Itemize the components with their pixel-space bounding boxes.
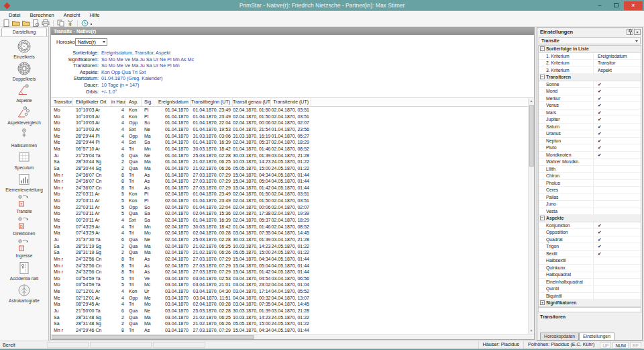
table-row[interactable]: Me00°20'11 Ar4SxtSa02.04.187001.04.1870,… <box>51 217 528 224</box>
settings-row-merkur[interactable]: Merkur✔ <box>539 95 641 103</box>
horoskop-select[interactable]: Native(r) <box>75 38 107 46</box>
settings-row-pholus[interactable]: Pholus <box>539 180 641 187</box>
settings-row-value[interactable]: ✔ <box>594 144 641 151</box>
settings-row-trigon[interactable]: Trigon✔ <box>539 243 641 251</box>
column-header-ekliptikaler-ort[interactable]: Ekliptikaler Ort <box>73 98 111 106</box>
settings-row-sonne[interactable]: Sonne✔ <box>539 81 641 89</box>
sidebar-item-halbsummen[interactable]: Halbsummen <box>0 128 48 150</box>
column-header-transitbeginn-ut[interactable]: Transitbeginn (UT) <box>191 98 233 106</box>
column-header-sig[interactable]: Sig. <box>142 98 158 106</box>
open-folder-icon[interactable] <box>22 19 30 27</box>
table-row[interactable]: Sa28°30'44 Sg2QuaMa01.04.187021.02.1870,… <box>51 159 528 165</box>
sidebar-item-einzelkreis[interactable]: Einzelkreis <box>0 39 48 61</box>
table-row[interactable]: Mo22°03'11 Ar5OppSo02.04.187001.04.1870,… <box>51 204 528 211</box>
settings-row-wahrer-mondkn[interactable]: Wahrer Mondkn. <box>539 159 641 166</box>
sidebar-item-elementeverteilung[interactable]: Elementeverteilung <box>0 172 48 194</box>
settings-row-mondknoten[interactable]: Mondknoten✔ <box>539 152 641 159</box>
settings-row-value[interactable]: Transitor <box>594 60 641 67</box>
collapse-icon[interactable]: − <box>540 216 545 220</box>
sidebar-item-transite[interactable]: TTransite <box>0 194 48 216</box>
table-row[interactable]: Sa28°31'19 Sg2QuaMa02.04.187021.02.1870,… <box>51 249 528 256</box>
settings-row-value[interactable] <box>594 173 641 179</box>
settings-row-value[interactable]: Ereignisdatum <box>594 53 641 60</box>
settings-row-value[interactable]: ✔ <box>594 95 641 102</box>
settings-row-value[interactable]: ✔ <box>594 138 641 144</box>
sidebar-item-aspekte[interactable]: Aspekte <box>0 83 48 105</box>
table-row[interactable]: Sa28°30'44 Sg2QuaMa01.04.187021.02.1870,… <box>51 165 528 172</box>
settings-row-1-kriterium[interactable]: 1. KriteriumEreignisdatum <box>539 53 641 60</box>
settings-row-value[interactable]: Aspekt <box>594 67 641 74</box>
settings-row-value[interactable]: ✔ <box>594 81 641 88</box>
settings-row-halbsextil[interactable]: Halbsextil <box>539 257 641 265</box>
settings-row-value[interactable]: ✔ <box>594 116 641 123</box>
tab-horoskopdaten[interactable]: Horoskopdaten <box>540 333 579 340</box>
settings-row-ceres[interactable]: Ceres <box>539 187 641 194</box>
table-row[interactable]: Mn r24°32'56 Cn8TriAs02.04.187027.03.187… <box>51 256 528 263</box>
table-row[interactable]: Mo03°54'59 Ta5TriVe03.04.187003.04.1870,… <box>51 275 528 282</box>
copy-icon[interactable] <box>57 19 64 27</box>
close-button[interactable]: × <box>624 1 643 10</box>
settings-row-uranus[interactable]: Uranus✔ <box>539 130 641 138</box>
open-file-icon[interactable] <box>12 19 20 27</box>
sidebar-item-doppelkreis[interactable]: Doppelkreis <box>0 61 48 83</box>
settings-row-value[interactable]: ✔ <box>594 236 641 243</box>
collapse-icon[interactable]: − <box>540 46 545 51</box>
table-row[interactable]: Mo22°03'11 Ar5KonPl02.04.187001.04.1870,… <box>51 191 528 198</box>
settings-row-value[interactable] <box>594 208 641 215</box>
scroll-down-icon[interactable]: ▼ <box>529 328 534 334</box>
scroll-up-icon[interactable]: ▲ <box>529 98 534 104</box>
settings-row-sextil[interactable]: Sextil✔ <box>539 251 641 258</box>
settings-row-value[interactable]: ✔ <box>594 222 641 229</box>
settings-row-lilith[interactable]: Lilith <box>539 166 641 173</box>
settings-row-value[interactable]: ✔ <box>594 229 641 236</box>
settings-row-2-kriterium[interactable]: 2. KriteriumTransitor <box>539 60 641 67</box>
table-row[interactable]: Sa28°31'19 Sg2QuaMa02.04.187021.02.1870,… <box>51 243 528 250</box>
table-row[interactable]: Mo10°10'03 Ar4OppSo01.04.187001.04.1870,… <box>51 120 528 126</box>
table-row[interactable]: Ju21°50'00 Ta6QuaNe03.04.187025.03.1870,… <box>51 308 528 314</box>
table-row[interactable]: Ma07°43'29 Ar4TriMn02.04.187030.03.1870,… <box>51 224 528 230</box>
menu-item-datei[interactable]: Datei <box>4 11 25 19</box>
print-icon[interactable] <box>42 19 50 27</box>
sidebar-item-astrokartografie[interactable]: Astrokartografie <box>0 283 48 305</box>
settings-section-aspekte[interactable]: −Aspekte <box>539 215 641 222</box>
settings-row-value[interactable]: ✔ <box>594 243 641 250</box>
table-row[interactable]: Ma06°57'10 Ar4TriMn01.04.187030.03.1870,… <box>51 146 528 152</box>
settings-row-value[interactable] <box>594 194 641 201</box>
merge-icon[interactable] <box>66 19 74 27</box>
maximize-button[interactable] <box>608 1 624 10</box>
table-row[interactable]: Mn r24°29'46 Cn8TriAs03.04.187027.03.187… <box>51 327 528 334</box>
settings-row-mars[interactable]: Mars✔ <box>539 110 641 117</box>
settings-row-value[interactable] <box>594 286 641 292</box>
table-row[interactable]: Mo03°54'59 Ta5TriMc03.04.187003.04.1870,… <box>51 281 528 288</box>
column-header-transit-genau-ut[interactable]: Transit genau (UT) <box>233 98 271 106</box>
column-header-transitende-ut[interactable]: Transitende (UT) <box>271 98 311 106</box>
report-icon[interactable] <box>32 19 40 27</box>
pin-icon[interactable] <box>627 29 633 35</box>
settings-row-opposition[interactable]: Opposition✔ <box>539 229 641 236</box>
table-row[interactable]: Mo22°03'11 Ar5QuaSa02.04.187002.04.1870,… <box>51 210 528 217</box>
settings-row-value[interactable] <box>594 279 641 286</box>
settings-row-value[interactable] <box>594 166 641 173</box>
table-row[interactable]: Mo10°10'03 Ar4KonPl01.04.187001.04.1870,… <box>51 107 528 114</box>
settings-row-value[interactable] <box>594 265 641 271</box>
table-row[interactable]: Mo10°10'03 Ar4SxtNe01.04.187001.04.1870,… <box>51 126 528 133</box>
close-panel-icon[interactable]: × <box>634 29 641 35</box>
expand-icon[interactable]: + <box>540 300 545 305</box>
settings-row-value[interactable]: ✔ <box>594 152 641 159</box>
table-row[interactable]: Ma08°29'45 Ar4TriMo03.04.187002.04.1870,… <box>51 301 528 308</box>
settings-row-halbquadrat[interactable]: Halbquadrat <box>539 271 641 279</box>
table-row[interactable]: Me28°29'44 Pi4SxtSa01.04.187001.04.1870,… <box>51 139 528 146</box>
vertical-scrollbar[interactable]: ▲ ▼ <box>528 98 534 334</box>
collapse-icon[interactable]: − <box>540 75 545 79</box>
settings-row-3-kriterium[interactable]: 3. KriteriumAspekt <box>539 67 641 75</box>
settings-row-value[interactable]: ✔ <box>594 102 641 109</box>
column-header-in-haus[interactable]: in Haus <box>111 98 126 106</box>
table-row[interactable]: Ju21°37'30 Ta6QuaNe02.04.187025.03.1870,… <box>51 236 528 243</box>
sidebar-item-ingresse[interactable]: IIngresse <box>0 238 48 261</box>
settings-row-value[interactable] <box>594 293 641 300</box>
column-header-asp[interactable]: Asp. <box>126 98 142 106</box>
settings-section-signifikatoren[interactable]: +Signifikatoren <box>539 300 641 307</box>
settings-row-jupiter[interactable]: Jupiter✔ <box>539 116 641 124</box>
sidebar-item-direktionen[interactable]: DDirektionen <box>0 216 48 238</box>
settings-section-transitoren[interactable]: −Transitoren <box>539 74 641 81</box>
